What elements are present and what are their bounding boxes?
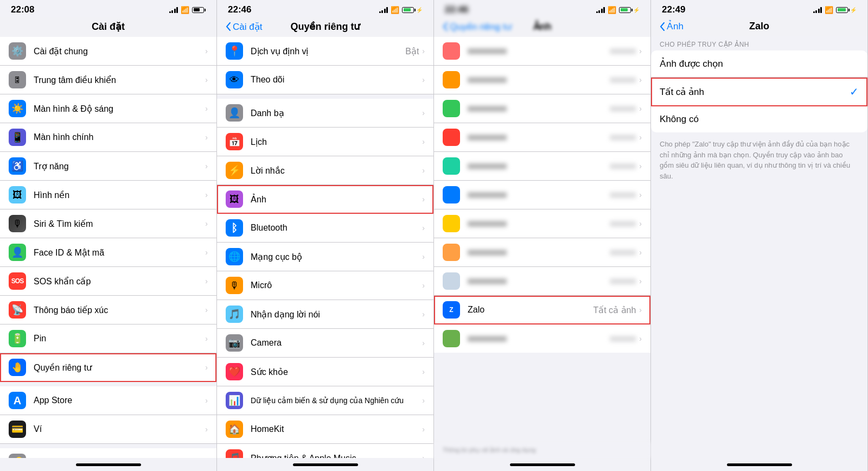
chevron-app1: › [639, 47, 642, 55]
item-man-hinh-chinh[interactable]: 📱 Màn hình chính › [0, 123, 216, 152]
item-pin[interactable]: 🔋 Pin › [0, 324, 216, 353]
label-loi-nhac: Lời nhắc [251, 166, 422, 176]
item-lich[interactable]: 📅 Lịch › [217, 128, 433, 156]
icon-face-id: 👤 [9, 244, 26, 261]
back-button-3[interactable]: Quyền riêng tư [443, 21, 512, 33]
option-anh-duoc-chon[interactable]: Ảnh được chọn [651, 50, 867, 78]
item-micro[interactable]: 🎙 Micrô › [217, 271, 433, 300]
icon-thong-bao: 📡 [9, 301, 26, 319]
label-pin: Pin [34, 334, 205, 343]
signal-icon-2 [379, 7, 388, 13]
item-app10[interactable]: xxxxxxxxx xxxxxx › [434, 324, 650, 353]
chevron-trung-tam: › [205, 75, 208, 84]
label-homekit: HomeKit [251, 424, 422, 434]
item-vi[interactable]: 💳 Ví › [0, 415, 216, 444]
chevron-app9: › [639, 277, 642, 285]
item-app1[interactable]: xxxxxxxxx xxxxxx › [434, 37, 650, 66]
settings-list-1: ⚙️ Cài đặt chung › 🎛 Trung tâm điều khiể… [0, 37, 216, 458]
icon-mang-cuc-bo: 🌐 [226, 248, 243, 265]
item-theo-doi[interactable]: 👁 Theo dõi › [217, 66, 433, 94]
item-app5[interactable]: xxxxxxxxx xxxxxx › [434, 152, 650, 181]
time-3: 22:46 [445, 4, 468, 15]
item-app3[interactable]: xxxxxxxxx xxxxxx › [434, 94, 650, 123]
icon-quyen-rieng-tu: 🤚 [9, 359, 26, 376]
item-homekit[interactable]: 🏠 HomeKit › [217, 415, 433, 444]
chevron-du-lieu: › [422, 396, 425, 405]
back-button-2[interactable]: Cài đặt [226, 21, 262, 33]
icon-du-lieu: 📊 [226, 392, 243, 409]
item-du-lieu[interactable]: 📊 Dữ liệu cảm biến & sử dụng của Nghiên … [217, 386, 433, 415]
label-app3: xxxxxxxxx [468, 104, 610, 113]
label-sos: SOS khẩn cấp [34, 276, 205, 287]
label-anh: Ảnh [251, 194, 422, 205]
icon-danh-ba: 👤 [226, 104, 243, 122]
icon-man-hinh-chinh: 📱 [9, 129, 26, 146]
wifi-icon-3: 📶 [608, 6, 616, 14]
icon-app6 [443, 186, 460, 203]
item-mat-khau[interactable]: 🔑 Mật khẩu › [0, 448, 216, 458]
battery-icon-4: ⚡ [836, 7, 857, 13]
item-bluetooth[interactable]: ᛒ Bluetooth › [217, 214, 433, 243]
item-man-hinh-do-sang[interactable]: ☀️ Màn hình & Độ sáng › [0, 94, 216, 123]
value-zalo: Tất cả ảnh [593, 305, 636, 315]
item-phuong-tien[interactable]: 🎵 Phương tiện & Apple Music › [217, 444, 433, 458]
label-tro-nang: Trợ năng [34, 161, 205, 171]
item-anh[interactable]: 🖼 Ảnh › [217, 185, 433, 214]
chevron-micro: › [422, 281, 425, 290]
item-app8[interactable]: xxxxxxxxx xxxxxx › [434, 238, 650, 267]
label-cai-dat-chung: Cài đặt chung [34, 46, 205, 56]
icon-suc-khoe: ❤️ [226, 363, 243, 380]
item-app4[interactable]: xxxxxxxxx xxxxxx › [434, 123, 650, 152]
item-suc-khoe[interactable]: ❤️ Sức khỏe › [217, 358, 433, 386]
item-nhan-dang-loi-noi[interactable]: 🎵 Nhận dạng lời nói › [217, 300, 433, 329]
item-loi-nhac[interactable]: ⚡ Lời nhắc › [217, 156, 433, 185]
nav-title-1: Cài đặt [92, 21, 125, 33]
item-app9[interactable]: xxxxxxxxx xxxxxx › [434, 267, 650, 296]
item-mang-cuc-bo[interactable]: 🌐 Mạng cục bộ › [217, 243, 433, 271]
item-face-id[interactable]: 👤 Face ID & Mật mã › [0, 238, 216, 267]
label-mang-cuc-bo: Mạng cục bộ [251, 252, 422, 262]
chevron-hinh-nen: › [205, 190, 208, 199]
back-chevron-icon-3 [443, 22, 448, 31]
item-dich-vu-dinh-vi[interactable]: 📍 Dịch vụ định vị Bật › [217, 37, 433, 66]
home-indicator-4 [651, 458, 867, 471]
item-tro-nang[interactable]: ♿ Trợ năng › [0, 152, 216, 181]
chevron-danh-ba: › [422, 109, 425, 117]
icon-mat-khau: 🔑 [9, 454, 26, 458]
chevron-suc-khoe: › [422, 367, 425, 376]
label-app-store: App Store [34, 396, 205, 405]
settings-list-4: CHO PHÉP TRUY CẬP ẢNH Ảnh được chọn Tất … [651, 36, 867, 458]
item-quyen-rieng-tu[interactable]: 🤚 Quyền riêng tư › [0, 353, 216, 382]
item-app-store[interactable]: A App Store › [0, 386, 216, 415]
item-camera[interactable]: 📷 Camera › [217, 329, 433, 358]
description-4: Cho phép "Zalo" truy cập thư viện ảnh đầ… [651, 132, 867, 188]
item-hinh-nen[interactable]: 🖼 Hình nền › [0, 181, 216, 209]
item-app6[interactable]: xxxxxxxxx xxxxxx › [434, 181, 650, 209]
back-button-4[interactable]: Ảnh [660, 21, 684, 32]
signal-icon-1 [169, 7, 178, 13]
option-khong-co[interactable]: Không có [651, 106, 867, 132]
chevron-mang-cuc-bo: › [422, 252, 425, 261]
back-chevron-icon-4 [660, 22, 665, 31]
wifi-icon-2: 📶 [391, 6, 399, 14]
battery-icon-3: ⚡ [619, 7, 640, 13]
item-zalo[interactable]: Z Zalo Tất cả ảnh › [434, 296, 650, 324]
icon-app10 [443, 330, 460, 347]
status-bar-1: 22:08 📶 [0, 0, 216, 17]
item-trung-tam-dieu-khien[interactable]: 🎛 Trung tâm điều khiển › [0, 66, 216, 94]
item-sos[interactable]: SOS SOS khẩn cấp › [0, 267, 216, 296]
item-app2[interactable]: xxxxxxxxx xxxxxx › [434, 66, 650, 94]
label-app5: xxxxxxxxx [468, 161, 610, 171]
item-app7[interactable]: xxxxxxxxx xxxxxx › [434, 209, 650, 238]
chevron-camera: › [422, 339, 425, 347]
item-danh-ba[interactable]: 👤 Danh bạ › [217, 99, 433, 128]
icon-app7 [443, 215, 460, 232]
chevron-app6: › [639, 190, 642, 199]
item-thong-bao[interactable]: 📡 Thông báo tiếp xúc › [0, 296, 216, 324]
item-siri[interactable]: 🎙 Siri & Tìm kiếm › [0, 209, 216, 238]
nav-bar-3: Quyền riêng tư Ảnh [434, 17, 650, 37]
icon-app1 [443, 42, 460, 60]
option-tat-ca-anh[interactable]: Tất cả ảnh ✓ [651, 78, 867, 106]
item-cai-dat-chung[interactable]: ⚙️ Cài đặt chung › [0, 37, 216, 66]
label-dich-vu-dinh-vi: Dịch vụ định vị [251, 46, 405, 56]
